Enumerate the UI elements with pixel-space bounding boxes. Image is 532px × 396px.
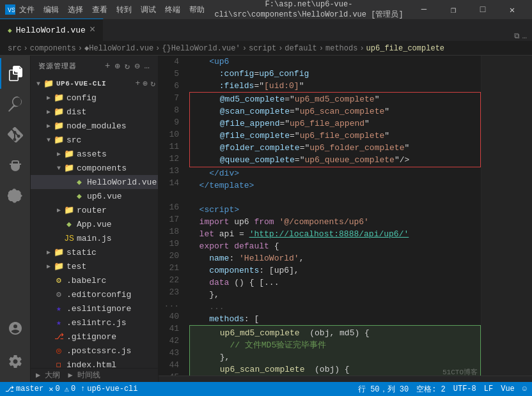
minimize-button[interactable]: ─	[409, 0, 439, 19]
tree-helloworld[interactable]: ◆ HelloWorld.vue	[31, 175, 158, 189]
eol-status[interactable]: LF	[484, 385, 493, 393]
tab-actions: ⧉ …	[514, 32, 532, 41]
menu-terminal[interactable]: 终端	[161, 3, 184, 17]
breadcrumb-braces: {}	[162, 44, 171, 53]
main-js-label: main.js	[77, 234, 112, 243]
tab-helloworld[interactable]: ◆ HelloWorld.vue ×	[0, 19, 104, 41]
more-tabs-icon[interactable]: …	[522, 32, 527, 41]
code-line-11: @folder_complete="up6_folder_complete"	[190, 142, 480, 154]
tree-static[interactable]: ▶ 📁 static	[31, 245, 158, 259]
tab-close-button[interactable]: ×	[90, 24, 96, 36]
encoding-status[interactable]: UTF-8	[453, 385, 476, 393]
refresh-icon[interactable]: ↻	[125, 61, 130, 72]
activity-search[interactable]	[0, 89, 31, 119]
tree-index-html[interactable]: ◻ index.html	[31, 358, 158, 368]
tree-eslintignore[interactable]: ★ .eslintignore	[31, 301, 158, 316]
code-line-22: data () { [...	[189, 277, 481, 289]
restore-button[interactable]: □	[468, 0, 497, 19]
menu-file[interactable]: 文件	[15, 3, 38, 17]
tree-dist[interactable]: ▶ 📁 dist	[31, 105, 158, 119]
code-line-10: @file_complete="up6_file_complete"	[190, 130, 480, 142]
indentation-status[interactable]: 空格: 2	[416, 384, 446, 395]
menu-view[interactable]: 查看	[88, 3, 111, 17]
new-folder-icon[interactable]: ⊕	[114, 61, 120, 72]
eol-text: LF	[484, 385, 493, 393]
tree-app-vue[interactable]: ◆ App.vue	[31, 217, 158, 231]
test-folder-icon: 📁	[54, 261, 64, 271]
menu-goto[interactable]: 转到	[113, 3, 136, 17]
assets-arrow-icon: ▶	[54, 150, 64, 158]
components-folder-icon: 📁	[64, 163, 74, 173]
watermark: 51CTO博客	[442, 367, 478, 377]
tree-assets[interactable]: ▶ 📁 assets	[31, 147, 158, 161]
feedback-status[interactable]: ☺	[522, 385, 527, 393]
breadcrumb-default[interactable]: default	[285, 44, 317, 53]
static-folder-icon: 📁	[54, 247, 64, 257]
up6-vue-icon: ◆	[74, 191, 84, 201]
outline-tab[interactable]: ▶ 大纲	[36, 370, 60, 381]
breadcrumb-file[interactable]: HelloWorld.vue	[89, 44, 153, 53]
file-tree: ▼ 📁 UP6-VUE-CLI + ⊕ ↻ ▶ 📁 config ▶	[31, 77, 158, 368]
tree-eslintrc[interactable]: ★ .eslintrc.js	[31, 316, 158, 330]
breadcrumb-components[interactable]: components	[30, 44, 76, 53]
activity-git[interactable]	[0, 119, 31, 150]
git-branch-status[interactable]: ⎇ master	[5, 385, 43, 394]
split-editor-icon[interactable]: ⧉	[514, 32, 520, 41]
tree-router[interactable]: ▶ 📁 router	[31, 203, 158, 217]
tree-gitignore[interactable]: ⎇ .gitignore	[31, 330, 158, 344]
activity-account[interactable]	[0, 313, 31, 344]
node-modules-label: node_modules	[66, 121, 127, 131]
breadcrumb-methods[interactable]: methods	[325, 44, 357, 53]
tree-up6-vue[interactable]: ◆ up6.vue	[31, 189, 158, 203]
breadcrumb-script[interactable]: script	[249, 44, 276, 53]
code-editor[interactable]: <up6 :config=up6_config :fields="[uid:0]…	[184, 56, 481, 376]
tree-main-js[interactable]: JS main.js	[31, 231, 158, 245]
spaces-text: 空格: 2	[416, 384, 446, 395]
sidebar-more-icon[interactable]: …	[145, 61, 150, 72]
menu-bar[interactable]: 文件 编辑 选择 查看 转到 调试 终端 帮助	[15, 3, 208, 17]
tree-node-modules[interactable]: ▶ 📁 node_modules	[31, 119, 158, 133]
tree-postcss[interactable]: ◎ .postcssrc.js	[31, 344, 158, 358]
gitignore-label: .gitignore	[66, 332, 116, 342]
maximize-button[interactable]: ❐	[439, 0, 468, 19]
helloworld-vue-icon: ◆	[74, 177, 84, 187]
project-name: up6-vue-cli	[87, 385, 137, 393]
project-status[interactable]: ↑ up6-vue-cli	[81, 385, 137, 393]
new-file-icon[interactable]: +	[105, 61, 111, 72]
cursor-position[interactable]: 行 50，列 30	[358, 384, 409, 395]
test-arrow-icon: ▶	[43, 263, 54, 270]
errors-status[interactable]: ✕ 0 ⚠ 0	[49, 385, 75, 394]
root-new-folder-icon[interactable]: ⊕	[143, 79, 148, 89]
warning-icon: ⚠	[65, 385, 69, 394]
breadcrumb-method[interactable]: up6_file_complete	[366, 44, 444, 53]
timeline-tab[interactable]: ▶ 时间线	[68, 370, 100, 381]
root-refresh-icon[interactable]: ↻	[150, 79, 155, 89]
activity-debug[interactable]	[0, 150, 31, 181]
language-status[interactable]: Vue	[501, 385, 515, 393]
activity-extensions[interactable]	[0, 181, 31, 211]
root-new-file-icon[interactable]: +	[136, 79, 141, 89]
tree-src[interactable]: ▼ 📁 src	[31, 133, 158, 147]
activity-settings[interactable]	[0, 346, 31, 377]
tree-editorconfig[interactable]: ⚙ .editorconfig	[31, 287, 158, 301]
breadcrumb-src[interactable]: src	[8, 44, 22, 53]
menu-edit[interactable]: 编辑	[40, 3, 63, 17]
menu-help[interactable]: 帮助	[185, 3, 208, 17]
root-arrow-icon: ▼	[33, 80, 43, 88]
menu-select[interactable]: 选择	[64, 3, 87, 17]
tree-root[interactable]: ▼ 📁 UP6-VUE-CLI + ⊕ ↻	[31, 77, 158, 91]
breadcrumb-sep5: ›	[278, 44, 283, 53]
collapse-all-icon[interactable]: ⊖	[134, 61, 140, 72]
activity-explorer[interactable]	[0, 58, 31, 89]
breadcrumb-classname[interactable]: HelloWorld.vue'	[171, 44, 240, 53]
postcss-icon: ◎	[54, 346, 64, 356]
tree-components[interactable]: ▼ 📁 components	[31, 161, 158, 175]
main-js-icon: JS	[64, 234, 74, 243]
tree-config[interactable]: ▶ 📁 config	[31, 91, 158, 105]
menu-debug[interactable]: 调试	[137, 3, 160, 17]
tree-test[interactable]: ▶ 📁 test	[31, 259, 158, 273]
window-controls[interactable]: ─ ❐ □ ✕	[409, 0, 527, 19]
tree-babelrc[interactable]: ⚙ .babelrc	[31, 273, 158, 287]
close-button[interactable]: ✕	[497, 0, 527, 19]
config-folder-icon: 📁	[54, 93, 64, 103]
